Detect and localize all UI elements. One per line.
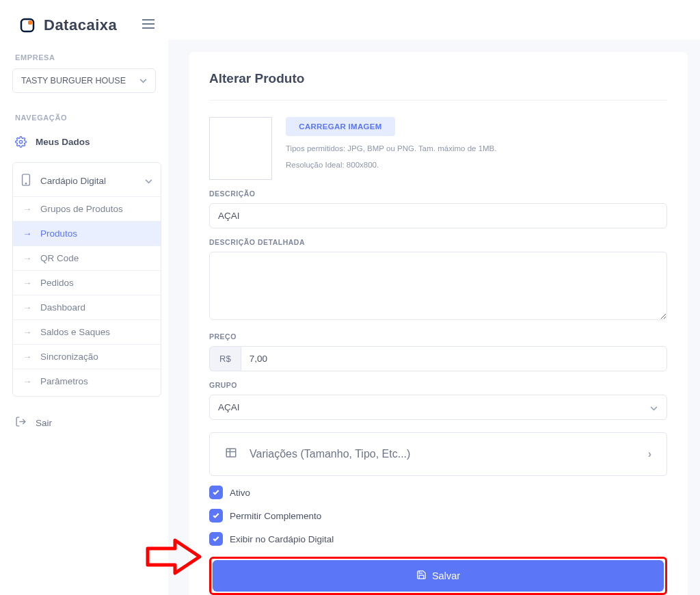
nav-meus-dados-label: Meus Dados (36, 137, 90, 147)
sidebar-item-label: Dashboard (40, 302, 85, 313)
variations-accordion[interactable]: Variações (Tamanho, Tipo, Etc...) › (209, 432, 667, 476)
nav-cardapio-header[interactable]: Cardápio Digital (13, 166, 161, 196)
upload-image-button[interactable]: CARREGAR IMAGEM (286, 117, 395, 136)
checkbox-exibir-label: Exibir no Cardápio Digital (230, 534, 334, 544)
nav-sair[interactable]: Sair (0, 406, 168, 439)
empresa-label: EMPRESA (0, 48, 168, 68)
sidebar-item-label: Sincronização (40, 352, 98, 362)
checkbox-permitir-label: Permitir Complemento (230, 511, 321, 521)
nav-sair-label: Sair (36, 418, 52, 428)
descricao-detalhada-label: DESCRIÇÃO DETALHADA (209, 238, 667, 246)
svg-point-2 (19, 140, 22, 143)
nav-meus-dados[interactable]: Meus Dados (0, 129, 168, 155)
navegacao-label: NAVEGAÇÃO (0, 108, 168, 129)
sidebar-item-pedidos[interactable]: →Pedidos (13, 270, 161, 295)
save-button-label: Salvar (432, 570, 460, 581)
sidebar-item-sincronizacao[interactable]: →Sincronização (13, 344, 161, 369)
brand: Datacaixa (0, 0, 168, 48)
upload-hint-resolution: Resolução Ideal: 800x800. (286, 161, 496, 169)
sidebar-item-label: Pedidos (40, 278, 74, 288)
sidebar: Datacaixa EMPRESA TASTY BURGUER HOUSE NA… (0, 0, 168, 595)
arrow-right-icon: → (23, 204, 32, 214)
image-placeholder[interactable] (209, 117, 272, 180)
checkbox-ativo-label: Ativo (230, 488, 250, 498)
arrow-right-icon: → (23, 228, 32, 239)
descricao-label: DESCRIÇÃO (209, 189, 667, 198)
variations-label: Variações (Tamanho, Tipo, Etc...) (250, 448, 410, 460)
sidebar-item-produtos[interactable]: →Produtos (13, 221, 161, 246)
upload-hint-types: Tipos permitidos: JPG, BMP ou PNG. Tam. … (286, 144, 496, 153)
sidebar-item-saldos[interactable]: →Saldos e Saques (13, 319, 161, 344)
save-highlight-annotation: Salvar (209, 557, 667, 595)
sidebar-item-label: QR Code (40, 253, 79, 263)
svg-rect-5 (226, 449, 236, 457)
checkbox-permitir[interactable] (209, 509, 223, 523)
sidebar-item-grupos[interactable]: →Grupos de Produtos (13, 196, 161, 221)
brand-name: Datacaixa (44, 16, 117, 34)
checkbox-exibir[interactable] (209, 532, 223, 546)
arrow-right-icon: → (23, 302, 32, 313)
page-title: Alterar Produto (209, 71, 667, 101)
save-icon (416, 570, 427, 582)
arrow-right-icon: → (23, 376, 32, 386)
preco-label: PREÇO (209, 332, 667, 341)
arrow-right-icon: → (23, 327, 32, 337)
chevron-down-icon (139, 76, 147, 85)
preco-input[interactable] (241, 346, 667, 371)
checkbox-ativo[interactable] (209, 486, 223, 499)
checkbox-exibir-row[interactable]: Exibir no Cardápio Digital (209, 532, 667, 546)
company-selected-value: TASTY BURGUER HOUSE (21, 76, 126, 85)
arrow-right-icon: → (23, 278, 32, 288)
phone-icon (21, 174, 33, 188)
nav-group-cardapio: Cardápio Digital →Grupos de Produtos →Pr… (12, 162, 161, 397)
brand-logo-icon (19, 17, 36, 34)
product-card: Alterar Produto CARREGAR IMAGEM Tipos pe… (189, 52, 688, 595)
arrow-right-icon: → (23, 253, 32, 263)
menu-toggle-icon[interactable] (142, 19, 154, 31)
table-icon (225, 447, 237, 462)
main: Alterar Produto CARREGAR IMAGEM Tipos pe… (168, 0, 700, 595)
grupo-label: GRUPO (209, 381, 667, 389)
checkbox-ativo-row[interactable]: Ativo (209, 486, 667, 499)
sidebar-item-dashboard[interactable]: →Dashboard (13, 295, 161, 319)
checkbox-permitir-row[interactable]: Permitir Complemento (209, 509, 667, 523)
sidebar-item-parametros[interactable]: →Parâmetros (13, 369, 161, 393)
gear-icon (15, 136, 27, 148)
sidebar-item-label: Parâmetros (40, 376, 88, 386)
descricao-detalhada-textarea[interactable] (209, 252, 667, 320)
save-button[interactable]: Salvar (213, 560, 664, 592)
chevron-down-icon (145, 176, 152, 186)
sidebar-item-label: Grupos de Produtos (40, 204, 123, 214)
sidebar-item-label: Produtos (40, 228, 77, 239)
nav-cardapio-label: Cardápio Digital (40, 176, 106, 186)
svg-point-4 (25, 183, 26, 184)
descricao-input[interactable] (209, 203, 667, 228)
company-select[interactable]: TASTY BURGUER HOUSE (12, 68, 156, 93)
svg-rect-1 (28, 21, 32, 25)
grupo-select[interactable]: AÇAI (209, 395, 667, 420)
logout-icon (15, 416, 27, 429)
chevron-right-icon: › (648, 448, 651, 460)
topbar (168, 0, 700, 40)
preco-prefix: R$ (209, 346, 241, 371)
sidebar-item-label: Saldos e Saques (40, 327, 110, 337)
sidebar-item-qrcode[interactable]: →QR Code (13, 246, 161, 270)
arrow-right-icon: → (23, 352, 32, 362)
